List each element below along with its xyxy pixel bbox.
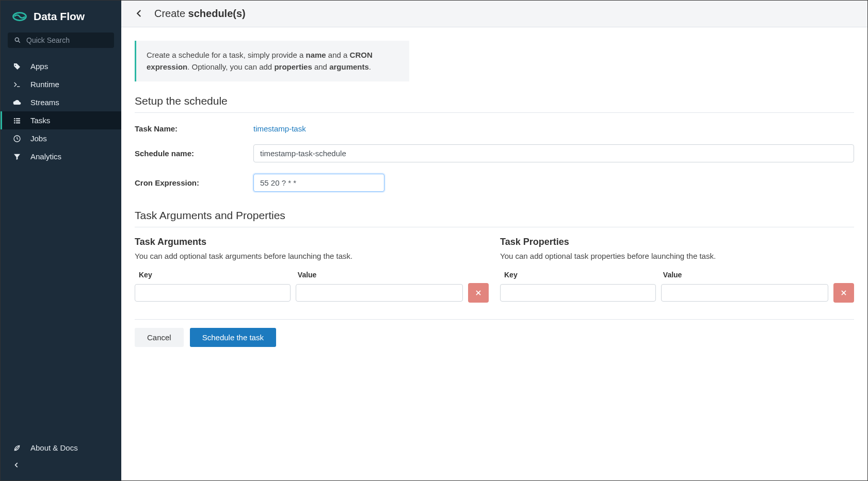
clock-icon <box>13 135 21 143</box>
props-header: Key Value <box>500 271 854 279</box>
sidebar: Data Flow Apps Runtime <box>1 1 121 480</box>
props-value-input[interactable] <box>661 284 828 302</box>
footer-label: About & Docs <box>30 443 78 452</box>
args-key-input[interactable] <box>135 284 291 302</box>
tag-icon <box>13 62 21 71</box>
chevron-left-icon <box>13 461 20 469</box>
props-table: Key Value <box>500 271 854 303</box>
info-text: . Optionally, you can add <box>187 62 274 71</box>
row-cron: Cron Expression: <box>135 174 854 192</box>
task-arguments-col: Task Arguments You can add optional task… <box>135 237 489 303</box>
nav-label: Analytics <box>30 152 61 161</box>
cloud-icon <box>13 98 21 107</box>
info-strong: name <box>306 51 326 59</box>
nav-runtime[interactable]: Runtime <box>1 75 121 93</box>
args-key-header: Key <box>135 271 291 279</box>
search-icon <box>14 37 21 44</box>
main: Create schedule(s) Create a schedule for… <box>121 1 867 480</box>
nav-analytics[interactable]: Analytics <box>1 147 121 165</box>
svg-rect-7 <box>16 120 20 121</box>
list-icon <box>13 117 21 125</box>
logo-icon <box>12 9 27 24</box>
columns: Task Arguments You can add optional task… <box>135 237 854 303</box>
svg-rect-6 <box>14 120 15 121</box>
terminal-icon <box>13 80 21 89</box>
brand-name: Data Flow <box>34 10 85 23</box>
search-wrap <box>1 32 121 53</box>
brand: Data Flow <box>1 1 121 32</box>
sidebar-collapse[interactable] <box>1 457 121 475</box>
task-name-link[interactable]: timestamp-task <box>253 124 306 133</box>
props-value-header: Value <box>661 271 854 279</box>
nav-label: Apps <box>30 62 48 71</box>
props-row <box>500 283 854 303</box>
task-properties-col: Task Properties You can add optional tas… <box>500 237 854 303</box>
section-setup-title: Setup the schedule <box>135 95 854 107</box>
back-button[interactable] <box>135 9 145 19</box>
task-properties-heading: Task Properties <box>500 237 854 247</box>
page-title-prefix: Create <box>154 8 188 19</box>
props-key-input[interactable] <box>500 284 656 302</box>
about-docs[interactable]: About & Docs <box>1 438 121 457</box>
task-name-label: Task Name: <box>135 124 253 133</box>
args-table: Key Value <box>135 271 489 303</box>
svg-rect-5 <box>16 118 20 119</box>
task-properties-desc: You can add optional task properties bef… <box>500 252 854 260</box>
info-strong: properties <box>274 62 312 71</box>
info-strong: arguments <box>329 62 369 71</box>
leaf-icon <box>13 444 21 452</box>
close-icon <box>840 289 847 296</box>
svg-line-2 <box>19 41 20 43</box>
sidebar-footer: About & Docs <box>1 438 121 480</box>
cancel-button[interactable]: Cancel <box>135 328 184 347</box>
info-text: and a <box>326 51 350 59</box>
filter-icon <box>13 153 21 161</box>
nav: Apps Runtime Streams Tasks Jobs <box>1 57 121 165</box>
cron-input[interactable] <box>253 174 384 192</box>
row-schedule-name: Schedule name: <box>135 144 854 162</box>
nav-jobs[interactable]: Jobs <box>1 129 121 147</box>
nav-streams[interactable]: Streams <box>1 93 121 111</box>
task-arguments-heading: Task Arguments <box>135 237 489 247</box>
info-text: and <box>312 62 329 71</box>
search-box[interactable] <box>8 32 114 48</box>
schedule-task-button[interactable]: Schedule the task <box>190 328 276 347</box>
divider <box>135 227 854 227</box>
section-args-props-title: Task Arguments and Properties <box>135 209 854 222</box>
info-text: . <box>369 62 371 71</box>
props-delete-button[interactable] <box>833 283 854 303</box>
row-task-name: Task Name: timestamp-task <box>135 124 854 133</box>
search-input[interactable] <box>26 36 117 44</box>
args-row <box>135 283 489 303</box>
args-header: Key Value <box>135 271 489 279</box>
nav-label: Tasks <box>30 116 50 125</box>
schedule-name-label: Schedule name: <box>135 149 253 158</box>
props-key-header: Key <box>500 271 656 279</box>
svg-rect-9 <box>16 122 20 123</box>
cron-label: Cron Expression: <box>135 178 253 187</box>
nav-apps[interactable]: Apps <box>1 57 121 75</box>
nav-tasks[interactable]: Tasks <box>1 111 121 129</box>
topbar: Create schedule(s) <box>121 1 867 27</box>
svg-point-1 <box>15 38 19 41</box>
page-title: Create schedule(s) <box>154 8 246 20</box>
nav-label: Streams <box>30 98 59 107</box>
nav-label: Jobs <box>30 134 47 143</box>
actions: Cancel Schedule the task <box>135 319 854 347</box>
nav-label: Runtime <box>30 80 59 89</box>
schedule-name-input[interactable] <box>253 144 854 162</box>
args-value-header: Value <box>296 271 489 279</box>
close-icon <box>475 289 482 296</box>
info-text: Create a schedule for a task, simply pro… <box>147 51 306 59</box>
svg-rect-8 <box>14 122 15 123</box>
args-delete-button[interactable] <box>468 283 489 303</box>
task-arguments-desc: You can add optional task arguments befo… <box>135 252 489 260</box>
content: Create a schedule for a task, simply pro… <box>121 27 867 362</box>
info-box: Create a schedule for a task, simply pro… <box>135 41 409 81</box>
page-title-strong: schedule(s) <box>188 8 246 19</box>
args-value-input[interactable] <box>296 284 463 302</box>
divider <box>135 112 854 113</box>
svg-rect-4 <box>14 118 15 119</box>
